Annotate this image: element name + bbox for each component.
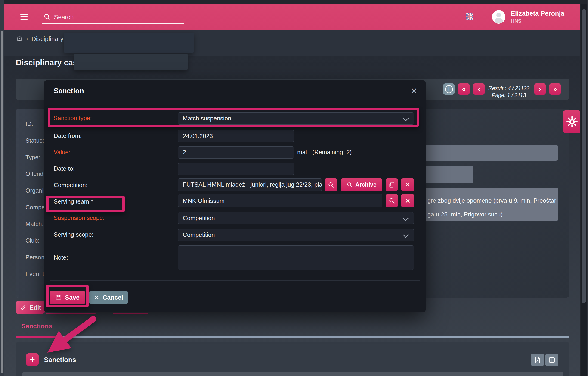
tab-bar-line <box>61 336 569 338</box>
chevron-down-icon <box>403 232 409 238</box>
left-scrollbar[interactable] <box>1 31 3 373</box>
pagination-status: Result : 4 / 21122 Page: 1 / 2113 <box>486 85 532 99</box>
annotation-box-serving-team <box>46 196 125 212</box>
case-label-status: Status: <box>25 137 44 144</box>
hidden-button-sliver <box>46 313 95 314</box>
top-header-bar: Search... Elizabeta Peronja HNS <box>4 4 580 30</box>
close-icon[interactable]: ✕ <box>411 86 417 95</box>
search-input[interactable]: Search... <box>54 14 180 21</box>
double-chevron-left-icon: « <box>462 85 466 93</box>
page-title: Disciplinary case <box>16 58 82 67</box>
modal-header-divider <box>44 102 426 102</box>
right-scrollbar-thumb[interactable] <box>582 9 586 303</box>
case-label-type: Type: <box>25 154 40 161</box>
date-from-value: 24.01.2023 <box>183 133 213 140</box>
avatar[interactable] <box>492 10 505 24</box>
serving-team-search-button[interactable] <box>386 194 398 207</box>
columns-toggle-button[interactable] <box>545 354 558 366</box>
case-label-match: Match: <box>25 221 43 228</box>
value-value: 2 <box>183 149 186 156</box>
columns-icon <box>548 356 555 364</box>
x-icon: ✕ <box>405 181 410 189</box>
pagination-next-button[interactable]: › <box>534 83 546 95</box>
case-label-id: ID: <box>25 120 33 128</box>
pagination-first-button[interactable]: « <box>458 83 470 95</box>
case-label-organisation: Organis <box>25 187 46 194</box>
archive-button-label: Archive <box>355 181 377 188</box>
modal-footer-divider <box>50 280 420 281</box>
case-label-event-type: Event t <box>25 270 44 278</box>
serving-team-clear-button[interactable]: ✕ <box>401 194 414 207</box>
export-file-button[interactable] <box>531 354 544 366</box>
title-divider <box>16 72 572 72</box>
pagination-prev-button[interactable]: ‹ <box>473 83 485 95</box>
note-textarea[interactable] <box>178 245 414 270</box>
case-label-competition: Compe <box>25 204 45 211</box>
date-from-label: Date from: <box>54 132 82 139</box>
app-root: Search... Elizabeta Peronja HNS › Discip… <box>0 0 588 376</box>
competition-label: Competition: <box>54 181 87 189</box>
modal-title: Sanction <box>54 87 84 95</box>
competition-copy-button[interactable] <box>386 178 398 191</box>
hidden-button-sliver <box>113 313 148 314</box>
search-icon <box>328 181 334 188</box>
hamburger-menu-icon[interactable] <box>20 12 30 22</box>
user-name: Elizabeta Peronja <box>511 10 564 17</box>
language-flag-icon[interactable] <box>466 13 473 20</box>
chevron-down-icon <box>403 215 409 221</box>
x-icon: ✕ <box>94 294 99 301</box>
case-note-line1: gre zbog dvije opomene (prva u 9. min, P… <box>428 194 556 208</box>
competition-value: FUTSAL HMNL mladež - juniori, regija jug… <box>183 181 322 188</box>
edit-button-label: Edit <box>30 304 41 311</box>
info-button[interactable]: i <box>443 83 454 95</box>
case-note-line2: ga u 25. min, Prigovor sucu). <box>428 208 556 221</box>
search-icon <box>388 198 395 204</box>
suspension-scope-value: Competition <box>183 215 215 222</box>
case-label-person: Person <box>25 254 44 261</box>
annotation-box-save <box>46 285 89 307</box>
search-icon <box>43 13 51 21</box>
breadcrumb-item-disciplinary[interactable]: Disciplinary <box>32 35 63 43</box>
cancel-button-label: Cancel <box>103 294 123 301</box>
value-suffix: mat. (Remaining: 2) <box>297 149 352 156</box>
competition-input[interactable]: FUTSAL HMNL mladež - juniori, regija jug… <box>178 178 322 191</box>
title-redacted-value <box>74 54 188 70</box>
cancel-button[interactable]: ✕ Cancel <box>89 291 128 304</box>
breadcrumb: › Disciplinary › <box>4 30 580 55</box>
info-icon: i <box>445 85 453 93</box>
home-icon[interactable] <box>16 35 23 42</box>
x-icon: ✕ <box>405 197 410 205</box>
pagination-result-label: Result : 4 / 21122 <box>486 85 532 92</box>
suspension-scope-label: Suspension scope: <box>54 214 105 221</box>
competition-archive-button[interactable]: Archive <box>341 178 382 191</box>
date-from-input[interactable]: 24.01.2023 <box>178 130 294 142</box>
date-to-label: Date to: <box>54 165 75 172</box>
case-label-offender: Offend <box>25 170 43 177</box>
serving-scope-select[interactable]: Competition <box>178 229 414 241</box>
annotation-arrow <box>35 315 104 376</box>
annotation-box-sanction-type <box>48 108 419 127</box>
breadcrumb-separator: › <box>26 35 28 42</box>
chevron-left-icon: ‹ <box>478 85 480 93</box>
suspension-scope-select[interactable]: Competition <box>178 212 414 224</box>
edit-button[interactable]: Edit <box>16 301 45 314</box>
search-icon <box>346 182 353 188</box>
breadcrumb-redacted-item <box>64 33 194 53</box>
competition-search-button[interactable] <box>325 178 337 191</box>
case-label-club: Club: <box>25 237 40 244</box>
value-input[interactable]: 2 <box>178 146 294 159</box>
right-outer-edge <box>587 0 588 376</box>
serving-team-value: MNK Olmissum <box>183 197 225 204</box>
serving-scope-value: Competition <box>183 231 215 238</box>
competition-clear-button[interactable]: ✕ <box>401 178 414 191</box>
user-organization: HNS <box>511 18 521 24</box>
pagination-last-button[interactable]: » <box>549 83 561 95</box>
value-label: Value: <box>54 149 70 156</box>
settings-button[interactable] <box>563 110 581 133</box>
date-to-input[interactable] <box>178 163 294 175</box>
chevron-right-icon: › <box>539 85 541 93</box>
window-top-edge <box>0 0 588 4</box>
file-export-icon <box>534 356 541 364</box>
serving-team-input[interactable]: MNK Olmissum <box>178 194 382 207</box>
gear-icon <box>566 116 578 128</box>
